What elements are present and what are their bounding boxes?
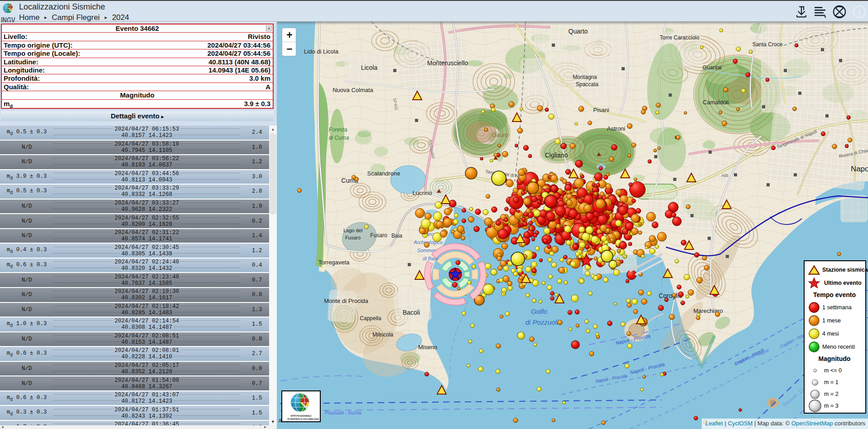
svg-text:di Pozzuoli: di Pozzuoli bbox=[526, 318, 559, 326]
svg-text:Astroni: Astroni bbox=[607, 125, 626, 132]
svg-text:Monte di Procida: Monte di Procida bbox=[324, 297, 368, 304]
svg-text:Fusaro: Fusaro bbox=[345, 235, 361, 240]
svg-text:Montagna: Montagna bbox=[573, 74, 597, 80]
svg-text:Guantai: Guantai bbox=[703, 64, 722, 71]
svg-text:Cappella: Cappella bbox=[360, 315, 381, 322]
svg-text:A56: A56 bbox=[721, 173, 728, 178]
svg-text:Miliscola: Miliscola bbox=[372, 332, 393, 338]
svg-text:Santa Croce: Santa Croce bbox=[752, 41, 783, 48]
svg-text:Spaccata: Spaccata bbox=[576, 81, 598, 88]
svg-text:Napoli: Napoli bbox=[851, 165, 868, 173]
svg-text:Baia: Baia bbox=[391, 233, 402, 239]
svg-text:Nuova Colmata: Nuova Colmata bbox=[333, 87, 373, 93]
svg-text:Torregaveta: Torregaveta bbox=[318, 259, 350, 266]
svg-text:Golfo: Golfo bbox=[531, 307, 547, 315]
svg-text:Bacoli: Bacoli bbox=[403, 309, 420, 316]
svg-text:Cigliano: Cigliano bbox=[545, 151, 568, 159]
svg-text:Lago del: Lago del bbox=[343, 228, 362, 233]
svg-text:Fusaro: Fusaro bbox=[370, 232, 387, 239]
svg-text:di Cuma: di Cuma bbox=[329, 135, 349, 141]
svg-text:Foresta: Foresta bbox=[329, 127, 347, 133]
svg-text:Monterusciello: Monterusciello bbox=[427, 59, 468, 67]
svg-text:Licola: Licola bbox=[361, 64, 378, 71]
svg-text:Quarto: Quarto bbox=[569, 28, 588, 35]
svg-text:Camaldoli: Camaldoli bbox=[703, 99, 729, 106]
svg-text:Gauro: Gauro bbox=[492, 132, 508, 138]
svg-text:Miseno: Miseno bbox=[418, 344, 437, 351]
svg-text:Torre Caracciolo: Torre Caracciolo bbox=[660, 34, 699, 41]
svg-text:Lido di Licola: Lido di Licola bbox=[304, 48, 339, 55]
svg-text:Pozzuoli - Ischia: Pozzuoli - Ischia bbox=[325, 410, 361, 415]
svg-text:Lucrino: Lucrino bbox=[413, 190, 432, 196]
svg-text:Scalandrone: Scalandrone bbox=[367, 170, 400, 177]
svg-text:Pisani: Pisani bbox=[593, 107, 609, 113]
